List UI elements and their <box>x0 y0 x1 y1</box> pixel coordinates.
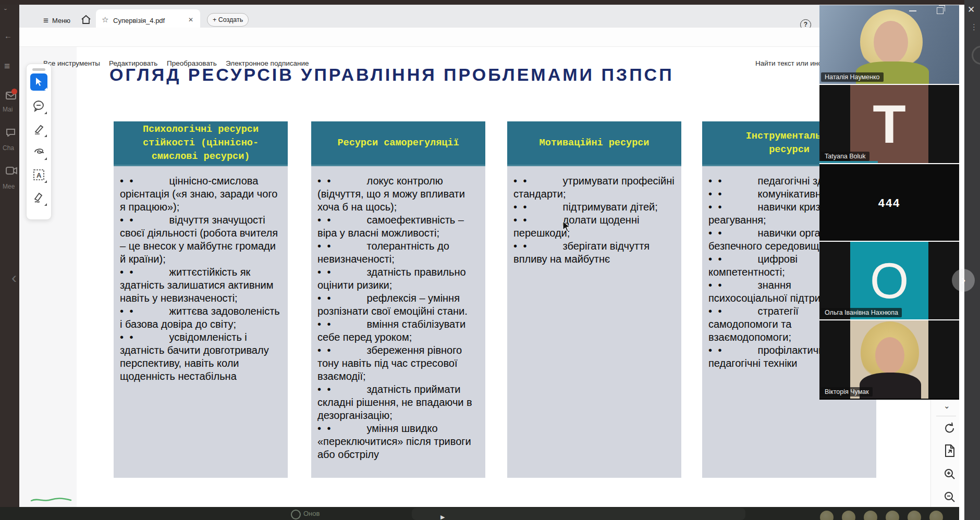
list-item: • •здатність правильно оцінити ризики; <box>317 266 480 292</box>
reaction-emoji[interactable] <box>820 511 834 520</box>
reaction-emoji[interactable] <box>929 511 943 520</box>
participant-face <box>874 21 908 64</box>
participant-tile[interactable]: T Tatyana Boluk <box>819 85 959 164</box>
hamburger-menu-icon: ≡ <box>43 16 48 26</box>
participant-name: Наталія Науменко <box>821 72 884 82</box>
chevron-down-icon[interactable]: ˇ <box>4 7 7 16</box>
list-item: • •усвідомленість і здатність бачити дов… <box>120 331 283 383</box>
menu-button[interactable]: ≡Меню <box>43 16 70 26</box>
video-participants-panel: Наталія Науменко T Tatyana Boluk 444 O О… <box>819 5 959 400</box>
background-top-strip <box>0 0 964 5</box>
background-app-rail: ˇ ← ≡ Mai Cha Mee <box>0 0 19 520</box>
previous-page-chevron[interactable]: ‹ <box>11 269 17 287</box>
highlight-tool-button[interactable] <box>30 120 47 138</box>
reaction-emoji[interactable] <box>886 511 899 520</box>
create-button[interactable]: + Создать <box>207 13 249 27</box>
text-box-icon: A <box>33 169 45 181</box>
participant-tile[interactable]: Вікторія Чумак <box>819 320 959 399</box>
back-arrow-icon[interactable]: ← <box>4 31 12 40</box>
column-header: Психологічні ресурси стійкості (ціннісно… <box>114 121 288 166</box>
slide-title: ОГЛЯД РЕСУРСІВ УПРАВЛІННЯ ПРОБЛЕМАМИ ПЗП… <box>109 65 735 85</box>
column-body: • •утримувати професійні стандарти; • •п… <box>507 166 681 478</box>
reaction-emoji[interactable] <box>842 511 855 520</box>
list-item: • •життєва задоволеність і базова довіра… <box>120 305 283 331</box>
collapse-chevron-icon[interactable]: ⌄ <box>944 401 950 411</box>
toolbar-all-tools[interactable]: Все инструменты <box>43 59 100 67</box>
restore-window-icon[interactable] <box>937 7 944 14</box>
list-item: • •утримувати професійні стандарти; <box>513 175 676 201</box>
menu-label: Меню <box>52 17 70 24</box>
participant-name: Вікторія Чумак <box>821 387 873 397</box>
close-window-icon[interactable]: ✕ <box>967 4 975 15</box>
list-item: • •ціннісно-смислова орієнтація («я знаю… <box>120 175 283 214</box>
participant-tile[interactable]: O Ольга Іванівна Нахнюпа <box>819 242 959 320</box>
cursor-arrow-icon <box>33 76 44 88</box>
update-icon <box>291 510 301 519</box>
chat-icon[interactable] <box>6 128 16 137</box>
reaction-emoji[interactable] <box>908 511 921 520</box>
participant-name: 444 <box>819 196 959 210</box>
signature-pen-icon <box>33 192 45 204</box>
minimize-icon[interactable] <box>909 10 916 11</box>
list-item: • •життєстійкість як здатність залишатис… <box>120 266 283 305</box>
star-icon[interactable]: ☆ <box>102 15 108 24</box>
participant-name: Ольга Іванівна Нахнюпа <box>821 308 902 317</box>
hamburger-menu-icon[interactable]: ≡ <box>4 60 10 72</box>
close-tab-icon[interactable]: ✕ <box>188 16 193 23</box>
reactions-row <box>820 511 956 520</box>
next-page-chevron[interactable]: › <box>952 269 975 292</box>
zoom-out-icon[interactable] <box>944 491 956 503</box>
column-self-regulation: Ресурси саморегуляції • •локус контролю … <box>311 121 485 478</box>
divider <box>936 416 956 416</box>
page-controls-rail: ⌄ <box>930 399 960 507</box>
refresh-icon[interactable] <box>944 422 956 435</box>
play-icon: ▶ <box>440 514 445 520</box>
column-psychological: Психологічні ресурси стійкості (ціннісно… <box>114 121 288 478</box>
comment-icon <box>33 100 45 112</box>
list-item: • •здатність приймати складні рішення, н… <box>317 383 480 422</box>
avatar <box>972 46 980 65</box>
list-item: • •рефлексія – уміння розпізнати свої ем… <box>317 292 480 318</box>
video-camera-icon[interactable] <box>6 167 17 175</box>
video-panel-border <box>959 0 964 520</box>
zoom-in-icon[interactable] <box>944 468 956 480</box>
drag-handle[interactable] <box>32 68 45 71</box>
tab-title: Супервізія_4.pdf <box>113 17 165 24</box>
mail-label: Mai <box>3 106 13 113</box>
reaction-emoji[interactable] <box>864 511 877 520</box>
list-item: • •зберігати відчуття впливу на майбутнє <box>513 240 676 266</box>
lasso-icon <box>33 146 45 158</box>
participant-tile[interactable]: 444 <box>819 164 959 242</box>
list-item: • •збереження рівного тону навіть під ча… <box>317 344 480 383</box>
participant-tile[interactable]: Наталія Науменко <box>819 5 959 85</box>
participant-name: Tatyana Boluk <box>821 152 869 161</box>
svg-text:A: A <box>36 171 42 179</box>
speaking-indicator <box>819 161 878 163</box>
fit-page-icon[interactable] <box>944 444 956 457</box>
list-item: • •відчуття значущості своєї діяльності … <box>120 214 283 266</box>
column-header: Ресурси саморегуляції <box>311 121 485 166</box>
column-motivational: Мотиваційні ресурси • •утримувати профес… <box>507 121 681 478</box>
background-tooltip <box>412 508 745 520</box>
update-label: Онов <box>303 510 320 517</box>
text-box-tool-button[interactable]: A <box>30 166 47 183</box>
fill-sign-tool-button[interactable] <box>30 189 47 206</box>
mouse-cursor <box>562 221 571 232</box>
mail-badge <box>11 89 17 94</box>
more-options-icon[interactable]: ⋮ <box>970 25 978 29</box>
participant-face <box>875 337 904 374</box>
column-header: Мотиваційні ресурси <box>507 121 681 166</box>
draw-tool-button[interactable] <box>30 143 47 160</box>
pencil-icon <box>33 123 45 135</box>
column-body: • •ціннісно-смислова орієнтація («я знаю… <box>114 166 288 478</box>
list-item: • •вміння стабілізувати себе перед уроко… <box>317 318 480 344</box>
list-item: • •самоефективність – віра у власні можл… <box>317 214 480 240</box>
comment-tool-button[interactable] <box>30 97 47 115</box>
chat-label: Cha <box>3 144 14 152</box>
list-item: • •уміння швидко «переключитися» після т… <box>317 422 480 461</box>
column-body: • •локус контролю (відчуття, що я можу в… <box>311 166 485 478</box>
quick-tools-panel: A <box>26 64 52 220</box>
select-tool-button[interactable] <box>30 73 47 91</box>
home-icon[interactable] <box>81 15 91 24</box>
screen: { "colors": { "teal_header": "#2a7089", … <box>0 0 980 520</box>
